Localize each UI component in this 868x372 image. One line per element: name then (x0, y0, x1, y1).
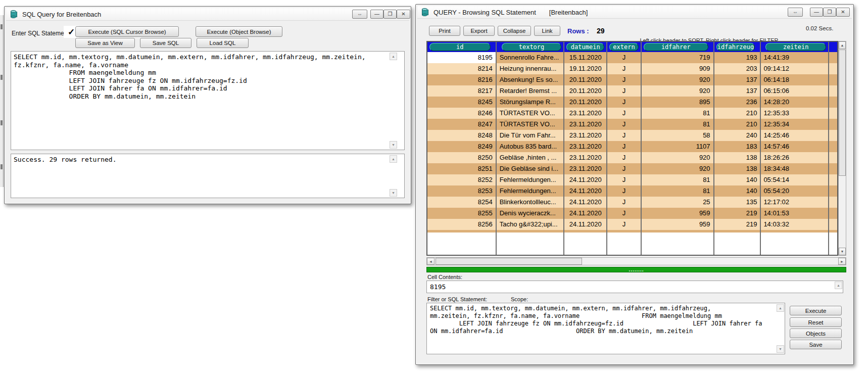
cell-datumein[interactable]: 23.11.2020 (564, 130, 607, 141)
cell-datumein[interactable]: 23.11.2020 (564, 141, 607, 152)
cell-zeitein[interactable]: 18:34:48 (761, 163, 829, 174)
column-header-id[interactable]: id (427, 42, 497, 52)
cell-zeitein[interactable]: 14:25:46 (761, 130, 829, 141)
cell-idfahrer[interactable]: 959 (642, 208, 714, 219)
table-row[interactable]: 8250Gebläse ,hinten , ...23.11.2020J9201… (427, 152, 837, 163)
cell-zeitein[interactable]: 05:54:20 (761, 185, 829, 197)
link-button[interactable]: Link (534, 26, 560, 36)
sql-query-window-titlebar[interactable]: SQL Query for Breitenbach (6, 8, 409, 21)
cell-id[interactable]: 8216 (427, 74, 497, 85)
scroll-down-button[interactable]: ▼ (839, 248, 846, 255)
cell-zeitein[interactable]: 14:03:32 (761, 219, 829, 230)
table-row[interactable]: 8251Die Gebläse sind i...23.11.2020J9201… (427, 163, 837, 174)
column-header-textorg[interactable]: textorg (497, 42, 565, 52)
cell-datumein[interactable]: 23.11.2020 (564, 163, 607, 174)
cell-id[interactable]: 8252 (427, 174, 497, 185)
cell-idfahrer[interactable]: 25 (642, 197, 714, 208)
cell-idfahrer[interactable]: 81 (642, 119, 714, 130)
execute-sql-cursor-browse-button[interactable]: Execute (SQL Cursor Browse) (75, 26, 179, 37)
cell-datumein[interactable]: 20.11.2020 (564, 85, 607, 97)
cell-idfahrer[interactable]: 920 (642, 163, 714, 174)
save-button[interactable]: Save (790, 340, 842, 349)
cell-idfahrer[interactable]: 959 (642, 219, 714, 230)
cell-extern[interactable]: J (607, 108, 642, 119)
cell-extern[interactable]: J (607, 174, 642, 185)
cell-zeitein[interactable]: 18:26:26 (761, 152, 829, 163)
maximize-button[interactable]: ❐ (383, 10, 397, 19)
cell-textorg[interactable]: Die Tür vom Fahr... (497, 130, 565, 141)
close-button[interactable]: ✕ (836, 8, 850, 17)
cell-idfahrer[interactable]: 920 (642, 85, 714, 97)
cell-extern[interactable]: J (607, 141, 642, 152)
cell-textorg[interactable]: Gebläse ,hinten , ... (497, 152, 565, 163)
cell-textorg[interactable]: Störungslampe R... (497, 97, 565, 108)
cell-datumein[interactable]: 24.11.2020 (564, 185, 607, 197)
maximize-button[interactable]: ❐ (823, 8, 836, 17)
cell-idfahrzeug[interactable]: 183 (714, 141, 761, 152)
cell-extern[interactable]: J (607, 63, 642, 74)
cell-idfahrzeug[interactable]: 210 (714, 119, 761, 130)
cell-idfahrer[interactable]: 1107 (642, 141, 714, 152)
cell-id[interactable]: 8195 (427, 52, 497, 63)
cell-textorg[interactable]: Absenkung! Es so... (497, 74, 565, 85)
sql-statement-textarea[interactable]: SELECT mm.id, mm.textorg, mm.datumein, m… (11, 51, 405, 150)
cell-idfahrer[interactable]: 81 (642, 108, 714, 119)
cell-id[interactable]: 8246 (427, 108, 497, 119)
cell-extern[interactable]: J (607, 219, 642, 230)
cell-idfahrzeug[interactable]: 140 (714, 185, 761, 197)
cell-datumein[interactable]: 24.11.2020 (564, 174, 607, 185)
cell-idfahrer[interactable]: 719 (642, 52, 714, 63)
cell-idfahrzeug[interactable]: 236 (714, 97, 761, 108)
objects-button[interactable]: Objects (790, 329, 842, 338)
cell-idfahrer[interactable]: 920 (642, 152, 714, 163)
table-row[interactable]: 8252Fehlermeldungen...24.11.2020J8114005… (427, 174, 837, 185)
cell-id[interactable]: 8253 (427, 185, 497, 197)
cell-zeitein[interactable]: 05:54:14 (761, 174, 829, 185)
cell-extern[interactable]: J (607, 97, 642, 108)
table-vertical-scrollbar[interactable]: ▲ ▼ (838, 41, 846, 256)
cell-idfahrzeug[interactable]: 210 (714, 108, 761, 119)
scroll-up-button[interactable]: ▲ (839, 41, 846, 49)
minimize-button[interactable]: — (370, 10, 383, 19)
table-row[interactable]: 8216Absenkung! Es so...20.11.2020J920137… (427, 74, 837, 85)
cell-textorg[interactable]: Fehlermeldungen... (497, 185, 565, 197)
cell-idfahrzeug[interactable]: 240 (714, 130, 761, 141)
cell-datumein[interactable]: 24.11.2020 (564, 208, 607, 219)
column-header-idfahrzeug[interactable]: idfahrzeug (714, 42, 761, 52)
cell-idfahrer[interactable]: 81 (642, 174, 714, 185)
table-row[interactable]: 8248Die Tür vom Fahr...23.11.2020J582401… (427, 130, 837, 141)
cell-idfahrer[interactable]: 909 (642, 63, 714, 74)
cell-idfahrzeug[interactable]: 137 (714, 85, 761, 97)
table-row[interactable]: 8247TÜRTASTER VO...23.11.2020J8121012:35… (427, 119, 837, 130)
cell-contents-scroll-up-button[interactable]: ▲ (835, 282, 842, 289)
cell-idfahrzeug[interactable]: 138 (714, 163, 761, 174)
column-header-extern[interactable]: extern (607, 42, 642, 52)
table-row[interactable]: 8217Retarder! Bremst ...20.11.2020J92013… (427, 85, 837, 97)
cell-textorg[interactable]: Sonnenrollo Fahre... (497, 52, 565, 63)
cell-datumein[interactable]: 24.11.2020 (564, 197, 607, 208)
execute-button[interactable]: Execute (790, 306, 842, 315)
result-message-box[interactable]: Success. 29 rows returned. (11, 154, 405, 198)
cell-extern[interactable]: J (607, 52, 642, 63)
table-row[interactable]: 8254Blinkerkontollleuc...24.11.2020J2513… (427, 197, 837, 208)
cell-idfahrzeug[interactable]: 219 (714, 219, 761, 230)
cell-datumein[interactable]: 23.11.2020 (564, 108, 607, 119)
cell-id[interactable]: 8247 (427, 119, 497, 130)
cell-id[interactable]: 8248 (427, 130, 497, 141)
table-row[interactable]: 8246TÜRTASTER VO...23.11.2020J8121012:35… (427, 108, 837, 119)
table-row[interactable]: 8256Tacho g&#322;upi...24.11.2020J959219… (427, 219, 837, 230)
message-scroll-up-button[interactable]: ▲ (390, 155, 397, 163)
cell-zeitein[interactable]: 06:14:18 (761, 74, 829, 85)
save-sql-button[interactable]: Save SQL (140, 38, 191, 48)
sql-scroll-up-button[interactable]: ▲ (390, 53, 397, 60)
cell-idfahrer[interactable]: 58 (642, 130, 714, 141)
cell-extern[interactable]: J (607, 119, 642, 130)
cell-zeitein[interactable]: 14:28:20 (761, 97, 829, 108)
cell-textorg[interactable]: Die Gebläse sind i... (497, 163, 565, 174)
cell-datumein[interactable]: 19.11.2020 (564, 63, 607, 74)
cell-idfahrzeug[interactable]: 135 (714, 197, 761, 208)
cell-extern[interactable]: J (607, 74, 642, 85)
save-as-view-button[interactable]: Save as View (75, 38, 135, 48)
cell-textorg[interactable]: Tacho g&#322;upi... (497, 219, 565, 230)
filter-scroll-down-button[interactable]: ▼ (777, 345, 784, 353)
